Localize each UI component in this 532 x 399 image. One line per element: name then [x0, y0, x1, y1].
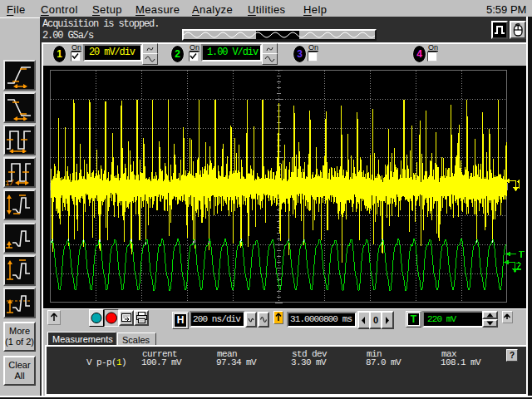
svg-text:1/: 1/ — [5, 180, 14, 185]
